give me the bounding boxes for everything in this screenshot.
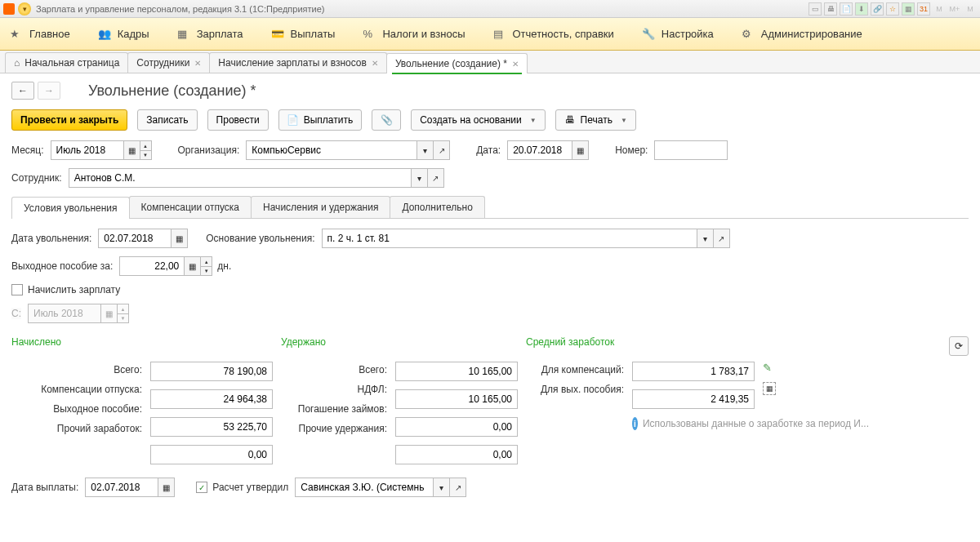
app-icon [3, 3, 15, 15]
calc-icon[interactable]: ▦ [185, 256, 201, 276]
dropdown-icon[interactable]: ▾ [417, 140, 434, 160]
number-input[interactable] [654, 140, 728, 160]
back-button[interactable]: ← [11, 82, 34, 100]
create-based-button[interactable]: Создать на основании▼ [411, 109, 545, 131]
ndfl-value[interactable] [395, 389, 518, 409]
spinner-up: ▲ [118, 304, 129, 313]
dismiss-date-input[interactable] [98, 229, 172, 248]
open-icon[interactable]: ↗ [428, 168, 444, 188]
accrued-header: Начислено [11, 336, 61, 348]
sys-btn[interactable]: ▦ [902, 2, 915, 16]
dropdown-icon[interactable]: ▾ [697, 229, 714, 248]
menu-reports[interactable]: ▤Отчетность, справки [493, 28, 614, 41]
sys-m[interactable]: M [933, 2, 946, 16]
calendar-icon[interactable]: ▦ [572, 140, 589, 160]
wallet-icon: 💳 [271, 28, 284, 41]
tab-employees[interactable]: Сотрудники✕ [127, 52, 210, 73]
month-label: Месяц: [11, 144, 44, 156]
forward-button[interactable]: → [38, 82, 60, 100]
for-comp-value[interactable] [632, 362, 755, 381]
org-input[interactable] [246, 140, 417, 160]
sys-m-plus[interactable]: M+ [948, 2, 961, 16]
comp-vac-label: Компенсации отпуска: [41, 384, 142, 395]
calendar-icon[interactable]: ▦ [124, 140, 140, 160]
menu-admin[interactable]: ⚙Администрирование [742, 28, 862, 41]
other-income-value[interactable] [150, 445, 273, 464]
calc-icon: ▦ [177, 28, 190, 41]
open-icon[interactable]: ↗ [714, 229, 730, 248]
dropdown-icon[interactable]: ▾ [412, 168, 428, 188]
spinner-up[interactable]: ▲ [140, 140, 152, 150]
date-input-group: ▦ [507, 140, 589, 160]
pencil-icon[interactable]: ✎ [763, 362, 782, 374]
abacus-icon[interactable]: ▦ [763, 382, 776, 395]
approved-group: ▾ ↗ [295, 478, 466, 497]
approved-checkbox[interactable] [196, 482, 207, 493]
for-sev-value[interactable] [632, 389, 755, 409]
dropdown-icon[interactable]: ▾ [434, 478, 450, 497]
pay-button[interactable]: 📄Выплатить [278, 109, 363, 131]
refresh-button[interactable]: ⟳ [949, 336, 969, 356]
org-input-group: ▾ ↗ [246, 140, 450, 160]
severance-input[interactable] [119, 256, 185, 276]
loan-value[interactable] [395, 417, 518, 437]
sys-btn[interactable]: 🔗 [871, 2, 884, 16]
save-button[interactable]: Записать [137, 109, 197, 131]
subtab-conditions[interactable]: Условия увольнения [11, 197, 130, 219]
subtab-additional[interactable]: Дополнительно [390, 196, 484, 218]
attach-button[interactable]: 📎 [372, 109, 401, 131]
sys-btn[interactable]: ⬇ [855, 2, 868, 16]
subtab-accruals[interactable]: Начисления и удержания [251, 196, 390, 218]
month-input[interactable] [51, 140, 124, 160]
total-accrued-value[interactable] [150, 362, 273, 381]
submit-close-button[interactable]: Провести и закрыть [11, 109, 127, 131]
spinner-down[interactable]: ▼ [140, 150, 152, 160]
pay-date-input[interactable] [85, 478, 158, 497]
calendar-icon[interactable]: 31 [917, 2, 930, 16]
sys-m[interactable]: M [964, 2, 977, 16]
total-withheld-value[interactable] [395, 362, 518, 381]
reason-input[interactable] [322, 229, 697, 248]
tab-payroll[interactable]: Начисление зарплаты и взносов✕ [209, 52, 387, 73]
menu-taxes[interactable]: %Налоги и взносы [363, 28, 465, 41]
menu-payments[interactable]: 💳Выплаты [271, 28, 336, 41]
print-button[interactable]: 🖶Печать▼ [555, 109, 636, 131]
other-ded-value[interactable] [395, 445, 518, 464]
open-icon[interactable]: ↗ [450, 478, 466, 497]
comp-vac-value[interactable] [150, 389, 273, 409]
calendar-icon[interactable]: ▦ [158, 478, 175, 497]
date-input[interactable] [507, 140, 572, 160]
calendar-icon[interactable]: ▦ [172, 229, 188, 248]
info-row: i Использованы данные о заработке за пер… [632, 417, 869, 430]
severance-label: Выходное пособие за: [11, 260, 113, 272]
total-label: Всего: [114, 364, 142, 375]
spinner-up[interactable]: ▲ [201, 256, 212, 266]
menu-salary[interactable]: ▦Зарплата [177, 28, 243, 41]
other-income-label: Прочий заработок: [57, 423, 142, 434]
sys-btn[interactable]: 📄 [840, 2, 853, 16]
menu-personnel[interactable]: 👥Кадры [98, 28, 149, 41]
submit-button[interactable]: Провести [207, 109, 269, 131]
app-dropdown-icon[interactable]: ▾ [18, 2, 31, 16]
employee-input-group: ▾ ↗ [69, 168, 444, 188]
severance-sum-value[interactable] [150, 417, 273, 437]
tab-home[interactable]: ⌂Начальная страница [5, 52, 128, 73]
subtab-compensations[interactable]: Компенсации отпуска [129, 196, 252, 218]
month-input-group: ▦ ▲ ▼ [51, 140, 152, 160]
close-icon[interactable]: ✕ [372, 59, 378, 68]
sys-btn[interactable]: ▭ [808, 2, 822, 16]
tab-dismissal[interactable]: Увольнение (создание) *✕ [386, 53, 528, 73]
spinner-down[interactable]: ▼ [201, 266, 212, 276]
people-icon: 👥 [98, 28, 111, 41]
menu-settings[interactable]: 🔧Настройка [642, 28, 714, 41]
sys-btn[interactable]: 🖶 [824, 2, 837, 16]
sys-btn[interactable]: ☆ [886, 2, 899, 16]
open-icon[interactable]: ↗ [434, 140, 450, 160]
pay-date-group: ▦ [85, 478, 175, 497]
employee-input[interactable] [69, 168, 412, 188]
approved-input[interactable] [295, 478, 434, 497]
close-icon[interactable]: ✕ [512, 60, 519, 69]
close-icon[interactable]: ✕ [194, 59, 201, 68]
menu-main[interactable]: ★Главное [10, 28, 70, 41]
accrue-salary-checkbox[interactable] [11, 284, 23, 295]
